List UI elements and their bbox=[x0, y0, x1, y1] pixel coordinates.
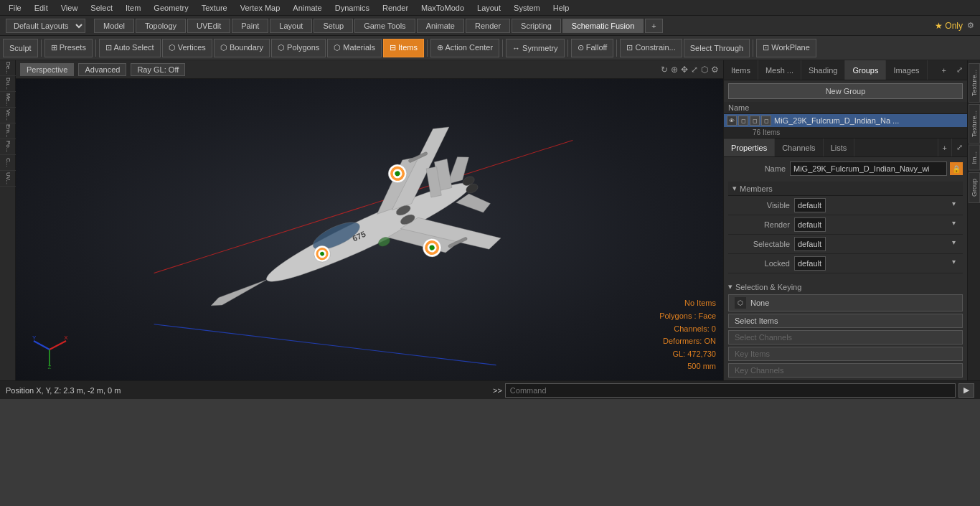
command-input[interactable] bbox=[505, 383, 956, 398]
sidebar-tool-3[interactable]: Ve... bbox=[0, 108, 16, 123]
prop-lock-icon[interactable]: 🔒 bbox=[950, 162, 963, 175]
keying-key-items-button[interactable]: Key Items bbox=[728, 347, 963, 361]
menu-texture[interactable]: Texture bbox=[196, 2, 233, 14]
prop-name-input[interactable] bbox=[790, 161, 947, 176]
menu-item[interactable]: Item bbox=[120, 2, 146, 14]
groups-tab-mesh[interactable]: Mesh ... bbox=[758, 60, 801, 80]
menu-render[interactable]: Render bbox=[377, 2, 414, 14]
menu-view[interactable]: View bbox=[55, 2, 84, 14]
viewport-content[interactable]: 675 No Items Polygons : Face Channels: 0… bbox=[16, 79, 723, 380]
group-select-icon[interactable]: ◻ bbox=[750, 116, 760, 126]
vp-tab-advanced[interactable]: Advanced bbox=[78, 63, 126, 76]
sculpt-button[interactable]: Sculpt bbox=[3, 39, 38, 57]
tab-topology[interactable]: Topology bbox=[136, 19, 186, 33]
prop-visible-select[interactable]: default bbox=[794, 198, 826, 212]
sidebar-tool-5[interactable]: Po... bbox=[0, 139, 16, 155]
constrain-button[interactable]: ⊡ Constrain... bbox=[620, 39, 682, 57]
zoom-icon[interactable]: ⊕ bbox=[671, 65, 678, 75]
vp-tab-perspective[interactable]: Perspective bbox=[20, 63, 74, 76]
sidebar-tool-4[interactable]: Em... bbox=[0, 123, 16, 139]
groups-tab-add[interactable]: + bbox=[936, 60, 952, 80]
prop-tab-plus[interactable]: + bbox=[938, 139, 951, 156]
tab-uvedit[interactable]: UVEdit bbox=[187, 19, 230, 33]
menu-dynamics[interactable]: Dynamics bbox=[329, 2, 375, 14]
groups-expand-icon[interactable]: ⤢ bbox=[952, 60, 967, 80]
polygons-button[interactable]: ⬡ Polygons bbox=[271, 39, 326, 57]
keying-none-button[interactable]: ⬡ None bbox=[728, 294, 963, 311]
menu-system[interactable]: System bbox=[508, 2, 546, 14]
groups-tab-groups[interactable]: Groups bbox=[845, 60, 886, 80]
menu-animate[interactable]: Animate bbox=[287, 2, 327, 14]
group-eye-icon[interactable]: 👁 bbox=[727, 116, 737, 126]
layout-add-tab[interactable]: + bbox=[645, 19, 662, 33]
group-render-icon[interactable]: ◻ bbox=[738, 116, 748, 126]
settings-icon[interactable]: ⚙ bbox=[967, 21, 974, 30]
groups-tab-items[interactable]: Items bbox=[724, 60, 758, 80]
sidebar-tool-7[interactable]: UV... bbox=[0, 171, 16, 187]
prop-tab-lists[interactable]: Lists bbox=[824, 139, 855, 156]
auto-select-button[interactable]: ⊡ Auto Select bbox=[99, 39, 161, 57]
tab-render[interactable]: Render bbox=[466, 19, 510, 33]
command-submit-button[interactable]: ▶ bbox=[958, 383, 974, 398]
vertices-button[interactable]: ⬡ Vertices bbox=[162, 39, 212, 57]
star-label[interactable]: ★ Only bbox=[935, 21, 963, 31]
groups-list-item-0[interactable]: 👁 ◻ ◻ ◻ MiG_29K_Fulcrum_D_Indian_Na ... bbox=[724, 114, 967, 127]
menu-layout[interactable]: Layout bbox=[471, 2, 507, 14]
menu-geometry[interactable]: Geometry bbox=[148, 2, 194, 14]
symmetry-button[interactable]: ↔ Symmetry bbox=[506, 39, 565, 57]
sidebar-tool-2[interactable]: Me... bbox=[0, 92, 16, 108]
menu-file[interactable]: File bbox=[3, 2, 27, 14]
prop-locked-select[interactable]: default bbox=[794, 256, 826, 271]
action-center-button[interactable]: ⊕ Action Center bbox=[430, 39, 499, 57]
menu-edit[interactable]: Edit bbox=[29, 2, 54, 14]
presets-button[interactable]: ⊞ Presets bbox=[44, 39, 93, 57]
prop-render-select[interactable]: default bbox=[794, 217, 826, 232]
menu-select[interactable]: Select bbox=[85, 2, 118, 14]
tab-game-tools[interactable]: Game Tools bbox=[354, 19, 415, 33]
members-section-header[interactable]: ▾ Members bbox=[728, 182, 963, 196]
tab-scripting[interactable]: Scripting bbox=[512, 19, 561, 33]
sidebar-tool-6[interactable]: C... bbox=[0, 155, 16, 171]
tab-setup[interactable]: Setup bbox=[314, 19, 353, 33]
fit-icon[interactable]: ⤢ bbox=[691, 65, 698, 75]
right-tab-texture2[interactable]: Texture... bbox=[969, 104, 980, 144]
sel-keying-header[interactable]: ▾ Selection & Keying bbox=[728, 281, 963, 294]
prop-tab-properties[interactable]: Properties bbox=[724, 139, 775, 156]
settings-vp-icon[interactable]: ⚙ bbox=[711, 65, 719, 75]
prop-selectable-select[interactable]: default bbox=[794, 237, 826, 251]
tab-model[interactable]: Model bbox=[94, 19, 134, 33]
vp-tab-ray-gl[interactable]: Ray GL: Off bbox=[131, 63, 185, 76]
rotate-icon[interactable]: ↻ bbox=[661, 65, 668, 75]
items-button[interactable]: ⊟ Items bbox=[383, 39, 424, 57]
keying-select-items-button[interactable]: Select Items bbox=[728, 314, 963, 328]
viewport[interactable]: Perspective Advanced Ray GL: Off ↻ ⊕ ✥ ⤢… bbox=[16, 60, 723, 380]
materials-button[interactable]: ⬡ Materials bbox=[327, 39, 382, 57]
tab-animate[interactable]: Animate bbox=[417, 19, 464, 33]
right-tab-im[interactable]: Im... bbox=[969, 145, 980, 171]
new-group-button[interactable]: New Group bbox=[728, 83, 963, 99]
menu-vertex-map[interactable]: Vertex Map bbox=[235, 2, 286, 14]
tab-paint[interactable]: Paint bbox=[232, 19, 268, 33]
groups-tab-images[interactable]: Images bbox=[886, 60, 927, 80]
pan-icon[interactable]: ✥ bbox=[681, 65, 688, 75]
keying-select-channels-button[interactable]: Select Channels bbox=[728, 330, 963, 345]
menu-maxtomodo[interactable]: MaxToModo bbox=[415, 2, 470, 14]
keying-key-channels-button[interactable]: Key Channels bbox=[728, 363, 963, 378]
tab-layout[interactable]: Layout bbox=[270, 19, 312, 33]
groups-tab-shading[interactable]: Shading bbox=[801, 60, 845, 80]
right-tab-texture1[interactable]: Texture... bbox=[969, 63, 980, 103]
select-through-button[interactable]: Select Through bbox=[684, 39, 750, 57]
tab-schematic-fusion[interactable]: Schematic Fusion bbox=[562, 19, 644, 33]
boundary-button[interactable]: ⬡ Boundary bbox=[214, 39, 270, 57]
right-tab-group[interactable]: Group bbox=[969, 172, 980, 203]
expand-icon[interactable]: ⬡ bbox=[701, 65, 708, 75]
sidebar-tool-1[interactable]: Du... bbox=[0, 76, 16, 92]
prop-tab-expand[interactable]: ⤢ bbox=[951, 139, 967, 156]
menu-help[interactable]: Help bbox=[547, 2, 575, 14]
group-lock-icon[interactable]: ◻ bbox=[761, 116, 771, 126]
prop-tab-channels[interactable]: Channels bbox=[775, 139, 823, 156]
workplane-button[interactable]: ⊡ WorkPlane bbox=[756, 39, 816, 57]
sidebar-tool-0[interactable]: De... bbox=[0, 60, 16, 76]
falloff-button[interactable]: ⊙ Falloff bbox=[571, 39, 614, 57]
layout-dropdown[interactable]: Default Layouts bbox=[6, 19, 85, 33]
